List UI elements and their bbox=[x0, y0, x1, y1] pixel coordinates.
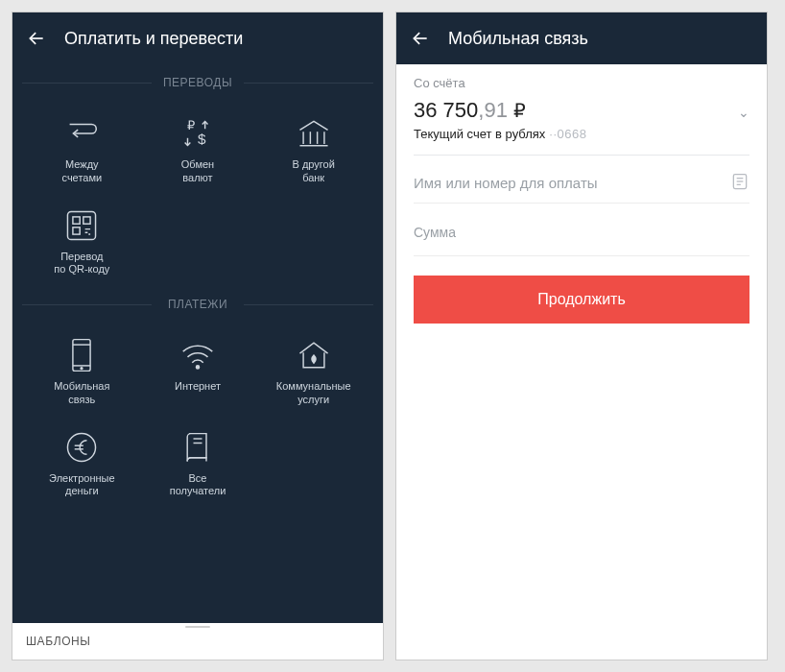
tile-internet[interactable]: Интернет bbox=[140, 330, 256, 413]
continue-button[interactable]: Продолжить bbox=[414, 276, 749, 324]
svg-rect-4 bbox=[83, 216, 90, 223]
mobile-phone-icon bbox=[59, 334, 105, 376]
tile-label: Все получатели bbox=[170, 472, 226, 499]
svg-rect-5 bbox=[73, 227, 80, 233]
tile-label: Обмен валют bbox=[181, 158, 214, 185]
book-icon bbox=[175, 426, 221, 468]
currency-exchange-icon: ₽$ bbox=[175, 112, 221, 155]
qr-code-icon bbox=[59, 204, 105, 247]
svg-point-11 bbox=[68, 433, 96, 461]
back-button[interactable] bbox=[26, 28, 47, 49]
payments-menu-screen: Оплатить и перевести ПЕРЕВОДЫ Между счет… bbox=[12, 12, 384, 660]
amount-label: Сумма bbox=[414, 225, 456, 240]
back-button[interactable] bbox=[410, 28, 431, 49]
header-title: Мобильная связь bbox=[448, 29, 588, 49]
tile-label: Интернет bbox=[175, 380, 221, 394]
tile-label: Между счетами bbox=[62, 158, 103, 185]
account-caption: Со счёта bbox=[414, 76, 749, 90]
account-selector[interactable]: 36 750,91 ₽ ⌄ bbox=[414, 98, 749, 123]
recipient-input[interactable] bbox=[414, 173, 749, 203]
house-utilities-icon bbox=[291, 334, 337, 376]
arrow-left-icon bbox=[411, 29, 430, 48]
tile-mobile[interactable]: Мобильная связь bbox=[24, 330, 140, 413]
transfers-grid: Между счетами ₽$ Обмен валют В другой ба… bbox=[12, 108, 383, 286]
chevron-down-icon: ⌄ bbox=[728, 105, 749, 120]
svg-text:₽: ₽ bbox=[187, 118, 195, 132]
sheet-title: ШАБЛОНЫ bbox=[26, 635, 91, 648]
header-title: Оплатить и перевести bbox=[64, 29, 243, 49]
tile-all-payees[interactable]: Все получатели bbox=[140, 422, 256, 505]
wifi-icon bbox=[175, 334, 221, 376]
tile-label: Электронные деньги bbox=[49, 472, 114, 499]
swap-icon bbox=[59, 112, 105, 155]
sheet-handle-icon bbox=[185, 626, 210, 628]
svg-rect-3 bbox=[73, 216, 80, 223]
arrow-left-icon bbox=[27, 29, 46, 48]
svg-text:$: $ bbox=[198, 131, 206, 147]
tile-emoney[interactable]: Электронные деньги bbox=[24, 422, 140, 505]
tile-label: Коммунальные услуги bbox=[276, 380, 351, 407]
header: Оплатить и перевести bbox=[12, 12, 383, 64]
contacts-icon[interactable] bbox=[730, 172, 749, 191]
svg-point-10 bbox=[196, 366, 199, 369]
amount-field[interactable]: Сумма bbox=[414, 204, 749, 256]
section-transfers-label: ПЕРЕВОДЫ bbox=[12, 70, 383, 95]
account-subline: Текущий счет в рублях··0668 bbox=[414, 127, 749, 141]
section-payments-label: ПЛАТЕЖИ bbox=[12, 292, 383, 317]
tile-exchange[interactable]: ₽$ Обмен валют bbox=[140, 108, 256, 191]
account-balance: 36 750,91 ₽ bbox=[414, 98, 526, 123]
tile-label: Перевод по QR-коду bbox=[54, 251, 109, 277]
emoney-icon bbox=[59, 426, 105, 468]
recipient-field bbox=[414, 156, 749, 204]
header: Мобильная связь bbox=[396, 12, 767, 64]
tile-label: Мобильная связь bbox=[54, 380, 109, 407]
svg-point-9 bbox=[81, 368, 83, 370]
tile-between-accounts[interactable]: Между счетами bbox=[24, 108, 140, 191]
bank-icon bbox=[291, 112, 337, 155]
tile-utilities[interactable]: Коммунальные услуги bbox=[255, 330, 371, 413]
payments-grid: Мобильная связь Интернет Коммунальные ус… bbox=[12, 330, 383, 508]
svg-rect-2 bbox=[68, 211, 96, 239]
tile-label: В другой банк bbox=[292, 158, 334, 185]
templates-sheet[interactable]: ШАБЛОНЫ bbox=[12, 623, 383, 660]
tile-other-bank[interactable]: В другой банк bbox=[255, 108, 371, 191]
mobile-payment-screen: Мобильная связь Со счёта 36 750,91 ₽ ⌄ Т… bbox=[395, 12, 768, 660]
tile-qr[interactable]: Перевод по QR-коду bbox=[24, 201, 140, 283]
payment-form: Со счёта 36 750,91 ₽ ⌄ Текущий счет в ру… bbox=[396, 64, 767, 324]
